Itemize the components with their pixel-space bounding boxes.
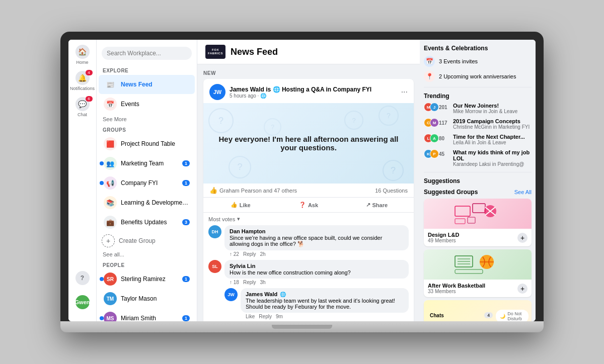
sort-bar[interactable]: Most votes ▾ [208, 216, 409, 222]
sterling-ramirez-label: Sterling Ramirez [121, 276, 182, 283]
questions-count: 16 Questions [375, 188, 408, 194]
laptop-notch [272, 325, 332, 329]
sidebar-item-marketing-team[interactable]: 👥 Marketing Team 1 [99, 154, 195, 173]
post-actions: 👍 Like ❓ Ask ↗ Share [203, 198, 414, 213]
post-menu-button[interactable]: ··· [401, 87, 408, 97]
sidebar-item-sterling-ramirez[interactable]: SR Sterling Ramirez 1 [99, 269, 195, 289]
basketball-join-button[interactable]: + [517, 284, 527, 294]
learning-dev-icon: 📚 [104, 196, 117, 209]
miriam-smith-dot [100, 316, 104, 320]
trending-count-2: 117 [439, 120, 447, 126]
company-fyi-label: Company FYI [121, 179, 182, 187]
trending-item-3[interactable]: L A 80 Time for the Next Chapter... Leil… [424, 134, 532, 145]
events-icon: 📅 [104, 98, 117, 111]
post-meta: James Wald is 🌐 Hosting a Q&A in Company… [230, 86, 401, 99]
basketball-graphic [452, 252, 503, 277]
svg-rect-5 [455, 219, 465, 224]
divider-1 [424, 87, 532, 87]
company-logo: FOXFABRICS [205, 45, 225, 59]
basketball-footer: After Work Basketball 33 Members + [424, 280, 532, 297]
divider-2 [424, 172, 532, 172]
see-all-groups-link[interactable]: See All [514, 189, 532, 195]
nested-comment-time: 9m [276, 314, 283, 319]
create-group-item[interactable]: + Create Group [97, 232, 197, 249]
sidebar-item-company-fyi[interactable]: 📢 Company FYI 1 [99, 173, 195, 193]
left-navigation: 🏠 Home 🔔 4 Notifications 💬 6 Chat ? [68, 40, 97, 321]
trending-meta-1: Our New Joiners! Mike Morrow in Join & L… [453, 103, 532, 114]
home-icon: 🏠 [76, 45, 90, 59]
like-button[interactable]: 👍 Like [206, 199, 274, 211]
share-button[interactable]: ↗ Share [343, 199, 411, 211]
comment-1-reply-btn[interactable]: Reply [243, 251, 256, 257]
comment-2-actions: ↑ 18 Reply 3h [224, 279, 409, 285]
trending-item-1[interactable]: M J 201 Our New Joiners! Mike Morrow in … [424, 103, 532, 114]
sterling-ramirez-dot [100, 277, 104, 281]
chats-image: Chats 4 🌙 Do Not Disturb [424, 300, 532, 321]
page-title: News Feed [231, 47, 278, 57]
search-input[interactable] [102, 47, 192, 60]
trending-item-2[interactable]: C M 117 2019 Campaign Concepts Christine… [424, 118, 532, 130]
post-image: ? ? ? ? ? ? Hey everyone! I'm here all a… [203, 103, 414, 184]
basketball-name: After Work Basketball [428, 283, 485, 289]
nav-item-notifications[interactable]: 🔔 4 Notifications [70, 71, 95, 91]
post-image-text: Hey everyone! I'm here all afternoon ans… [203, 135, 414, 152]
company-fyi-dot [100, 181, 104, 185]
trending-title-4: What my kids think of my job LOL [453, 149, 532, 161]
nav-help[interactable]: ? [70, 271, 95, 286]
design-ld-members: 49 Members [428, 238, 459, 243]
notifications-badge: 4 [86, 70, 93, 75]
new-label: NEW [203, 70, 414, 76]
nested-reply-btn[interactable]: Reply [259, 314, 272, 319]
design-ld-join-button[interactable]: + [517, 233, 527, 243]
sterling-ramirez-badge: 1 [182, 276, 190, 282]
feed-header: FOXFABRICS News Feed [197, 40, 420, 64]
see-more-explore[interactable]: See More [97, 114, 197, 124]
nav-item-home[interactable]: 🏠 Home [70, 45, 95, 65]
explore-label: EXPLORE [97, 65, 197, 74]
trending-sub-4: Karandeep Laksi in Parenting@ [453, 161, 532, 167]
see-all-groups[interactable]: See all... [97, 249, 197, 259]
company-fyi-icon: 📢 [104, 176, 117, 190]
nav-user-avatar[interactable]: Gwen [70, 295, 95, 310]
sidebar-item-learning-development[interactable]: 📚 Learning & Development XFN [99, 193, 195, 212]
miriam-smith-label: Miriam Smith [121, 315, 182, 321]
group-card-design-ld: Design L&D 49 Members + [424, 199, 532, 246]
learning-dev-label: Learning & Development XFN [121, 199, 190, 206]
comment-2-time: 3h [260, 280, 265, 285]
trending-count-1: 201 [439, 105, 447, 110]
taylor-mason-avatar: TM [104, 292, 117, 305]
sidebar: EXPLORE 📰 News Feed 📅 Events See More GR… [97, 40, 197, 321]
sidebar-item-events[interactable]: 📅 Events [99, 95, 195, 114]
comment-1-bubble: Dan Hampton Since we're having a new off… [224, 225, 409, 250]
sidebar-item-taylor-mason[interactable]: TM Taylor Mason [99, 289, 195, 308]
logo: FOXFABRICS [205, 45, 225, 59]
sidebar-item-news-feed[interactable]: 📰 News Feed [99, 75, 195, 94]
comment-2-author: Sylvia Lin [230, 263, 255, 269]
ask-button[interactable]: ❓ Ask [274, 199, 342, 211]
benefits-icon: 💼 [104, 216, 117, 229]
trending-item-4[interactable]: K P 45 What my kids think of my job LOL … [424, 149, 532, 167]
sidebar-item-benefits-updates[interactable]: 💼 Benefits Updates 3 [99, 213, 195, 232]
events-invites-icon: 📅 [424, 56, 435, 67]
sidebar-item-miriam-smith[interactable]: MS Miriam Smith 1 [99, 309, 195, 321]
chats-count: 4 [484, 312, 493, 318]
share-icon: ↗ [366, 202, 370, 208]
help-icon: ? [76, 271, 90, 285]
sterling-ramirez-avatar: SR [104, 272, 117, 286]
sidebar-item-project-round-table[interactable]: 🟥 Project Round Table [99, 134, 195, 153]
nested-like-btn[interactable]: Like [246, 314, 255, 319]
do-not-disturb[interactable]: 🌙 Do Not Disturb [496, 310, 528, 321]
nav-label-home: Home [76, 60, 88, 65]
marketing-team-badge: 1 [182, 160, 190, 166]
events-invites-text: 3 Events invites [439, 58, 478, 64]
reactions-text: Graham Pearson and 47 others [219, 188, 297, 194]
nested-comment-badge: 🌐 [280, 292, 286, 297]
sort-label: Most votes [208, 216, 235, 222]
nav-item-chat[interactable]: 💬 6 Chat [70, 97, 95, 117]
share-label: Share [372, 202, 388, 208]
taylor-mason-label: Taylor Mason [121, 295, 190, 302]
nav-label-notifications: Notifications [70, 86, 95, 91]
chats-widget-title: Chats [430, 313, 444, 318]
comment-2-reply-btn[interactable]: Reply [243, 280, 256, 285]
like-label: Like [240, 202, 251, 208]
